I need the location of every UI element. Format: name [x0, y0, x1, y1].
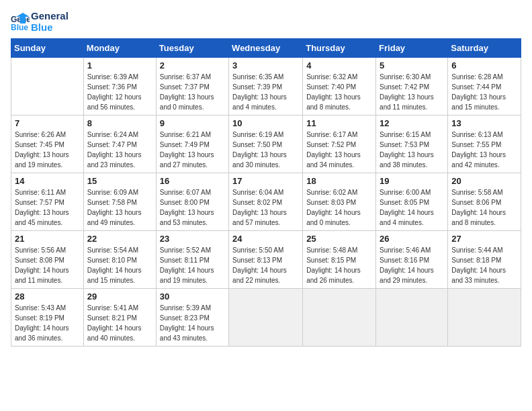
day-number: 2 — [160, 60, 225, 71]
weekday-header-sunday: Sunday — [11, 39, 84, 58]
day-number: 30 — [160, 291, 225, 302]
calendar-cell: 30Sunrise: 5:39 AMSunset: 8:23 PMDayligh… — [156, 289, 228, 347]
calendar-week-row: 1Sunrise: 6:39 AMSunset: 7:36 PMDaylight… — [11, 58, 521, 116]
calendar-cell: 16Sunrise: 6:07 AMSunset: 8:00 PMDayligh… — [156, 173, 228, 231]
day-info: Sunrise: 6:02 AMSunset: 8:03 PMDaylight:… — [306, 187, 372, 228]
day-number: 11 — [306, 118, 372, 128]
calendar-cell: 29Sunrise: 5:41 AMSunset: 8:21 PMDayligh… — [83, 289, 156, 347]
day-number: 5 — [380, 60, 444, 71]
calendar-header-row: SundayMondayTuesdayWednesdayThursdayFrid… — [11, 39, 521, 58]
calendar-cell: 1Sunrise: 6:39 AMSunset: 7:36 PMDaylight… — [83, 58, 156, 116]
day-number: 7 — [15, 118, 80, 128]
day-info: Sunrise: 6:28 AMSunset: 7:44 PMDaylight:… — [451, 72, 517, 112]
logo-icon: General Blue — [11, 13, 30, 32]
svg-text:Blue: Blue — [11, 23, 28, 32]
calendar-cell: 25Sunrise: 5:48 AMSunset: 8:15 PMDayligh… — [303, 231, 376, 289]
header: General Blue General Blue — [11, 11, 521, 33]
calendar-week-row: 28Sunrise: 5:43 AMSunset: 8:19 PMDayligh… — [11, 289, 521, 347]
day-info: Sunrise: 5:44 AMSunset: 8:18 PMDaylight:… — [451, 245, 517, 285]
day-info: Sunrise: 6:17 AMSunset: 7:52 PMDaylight:… — [306, 130, 372, 170]
weekday-header-thursday: Thursday — [303, 39, 376, 58]
day-number: 17 — [232, 176, 299, 186]
calendar-cell: 12Sunrise: 6:15 AMSunset: 7:53 PMDayligh… — [376, 116, 448, 173]
calendar-cell: 22Sunrise: 5:54 AMSunset: 8:10 PMDayligh… — [83, 231, 156, 289]
day-number: 3 — [232, 60, 299, 71]
weekday-header-saturday: Saturday — [448, 39, 521, 58]
calendar-cell: 24Sunrise: 5:50 AMSunset: 8:13 PMDayligh… — [229, 231, 303, 289]
calendar-cell: 17Sunrise: 6:04 AMSunset: 8:02 PMDayligh… — [229, 173, 303, 231]
calendar-week-row: 14Sunrise: 6:11 AMSunset: 7:57 PMDayligh… — [11, 173, 521, 231]
day-number: 4 — [306, 60, 372, 71]
day-info: Sunrise: 6:32 AMSunset: 7:40 PMDaylight:… — [306, 72, 372, 112]
day-info: Sunrise: 5:48 AMSunset: 8:15 PMDaylight:… — [306, 245, 372, 285]
calendar-cell — [229, 289, 303, 347]
day-number: 15 — [87, 176, 152, 186]
day-number: 6 — [451, 60, 517, 71]
day-info: Sunrise: 6:39 AMSunset: 7:36 PMDaylight:… — [87, 72, 152, 112]
day-info: Sunrise: 6:26 AMSunset: 7:45 PMDaylight:… — [15, 130, 80, 170]
day-info: Sunrise: 6:35 AMSunset: 7:39 PMDaylight:… — [232, 72, 299, 112]
calendar-cell: 28Sunrise: 5:43 AMSunset: 8:19 PMDayligh… — [11, 289, 84, 347]
calendar-cell: 7Sunrise: 6:26 AMSunset: 7:45 PMDaylight… — [11, 116, 84, 173]
day-info: Sunrise: 5:39 AMSunset: 8:23 PMDaylight:… — [160, 303, 225, 343]
day-info: Sunrise: 5:54 AMSunset: 8:10 PMDaylight:… — [87, 245, 152, 285]
day-info: Sunrise: 6:13 AMSunset: 7:55 PMDaylight:… — [451, 130, 517, 170]
day-number: 12 — [380, 118, 444, 128]
day-number: 19 — [380, 176, 444, 186]
day-number: 10 — [232, 118, 299, 128]
calendar-cell: 3Sunrise: 6:35 AMSunset: 7:39 PMDaylight… — [229, 58, 303, 116]
calendar-cell — [303, 289, 376, 347]
day-info: Sunrise: 6:37 AMSunset: 7:37 PMDaylight:… — [160, 72, 225, 112]
day-number: 28 — [15, 291, 80, 302]
day-number: 22 — [87, 234, 152, 244]
calendar-cell — [376, 289, 448, 347]
calendar-cell: 5Sunrise: 6:30 AMSunset: 7:42 PMDaylight… — [376, 58, 448, 116]
calendar-cell: 10Sunrise: 6:19 AMSunset: 7:50 PMDayligh… — [229, 116, 303, 173]
day-info: Sunrise: 6:15 AMSunset: 7:53 PMDaylight:… — [380, 130, 444, 170]
calendar-cell: 26Sunrise: 5:46 AMSunset: 8:16 PMDayligh… — [376, 231, 448, 289]
day-number: 1 — [87, 60, 152, 71]
day-info: Sunrise: 5:41 AMSunset: 8:21 PMDaylight:… — [87, 303, 152, 343]
calendar-cell: 11Sunrise: 6:17 AMSunset: 7:52 PMDayligh… — [303, 116, 376, 173]
day-number: 18 — [306, 176, 372, 186]
day-info: Sunrise: 5:46 AMSunset: 8:16 PMDaylight:… — [380, 245, 444, 285]
day-info: Sunrise: 6:11 AMSunset: 7:57 PMDaylight:… — [15, 187, 80, 228]
day-info: Sunrise: 6:24 AMSunset: 7:47 PMDaylight:… — [87, 130, 152, 170]
weekday-header-tuesday: Tuesday — [156, 39, 228, 58]
day-info: Sunrise: 6:04 AMSunset: 8:02 PMDaylight:… — [232, 187, 299, 228]
calendar-cell — [448, 289, 521, 347]
day-info: Sunrise: 5:43 AMSunset: 8:19 PMDaylight:… — [15, 303, 80, 343]
day-number: 9 — [160, 118, 225, 128]
logo-line2: Blue — [31, 22, 69, 34]
day-number: 21 — [15, 234, 80, 244]
day-number: 27 — [451, 234, 517, 244]
day-number: 25 — [306, 234, 372, 244]
calendar-cell: 8Sunrise: 6:24 AMSunset: 7:47 PMDaylight… — [83, 116, 156, 173]
day-info: Sunrise: 5:50 AMSunset: 8:13 PMDaylight:… — [232, 245, 299, 285]
calendar-cell: 2Sunrise: 6:37 AMSunset: 7:37 PMDaylight… — [156, 58, 228, 116]
calendar-cell: 14Sunrise: 6:11 AMSunset: 7:57 PMDayligh… — [11, 173, 84, 231]
calendar-cell: 9Sunrise: 6:21 AMSunset: 7:49 PMDaylight… — [156, 116, 228, 173]
day-number: 8 — [87, 118, 152, 128]
day-info: Sunrise: 6:09 AMSunset: 7:58 PMDaylight:… — [87, 187, 152, 228]
day-info: Sunrise: 5:56 AMSunset: 8:08 PMDaylight:… — [15, 245, 80, 285]
day-info: Sunrise: 6:00 AMSunset: 8:05 PMDaylight:… — [380, 187, 444, 228]
day-number: 16 — [160, 176, 225, 186]
calendar-cell — [11, 58, 84, 116]
calendar-cell: 27Sunrise: 5:44 AMSunset: 8:18 PMDayligh… — [448, 231, 521, 289]
day-info: Sunrise: 6:21 AMSunset: 7:49 PMDaylight:… — [160, 130, 225, 170]
weekday-header-friday: Friday — [376, 39, 448, 58]
day-info: Sunrise: 5:52 AMSunset: 8:11 PMDaylight:… — [160, 245, 225, 285]
day-number: 14 — [15, 176, 80, 186]
calendar-cell: 19Sunrise: 6:00 AMSunset: 8:05 PMDayligh… — [376, 173, 448, 231]
day-number: 13 — [451, 118, 517, 128]
day-number: 29 — [87, 291, 152, 302]
day-info: Sunrise: 5:58 AMSunset: 8:06 PMDaylight:… — [451, 187, 517, 228]
calendar-cell: 15Sunrise: 6:09 AMSunset: 7:58 PMDayligh… — [83, 173, 156, 231]
weekday-header-monday: Monday — [83, 39, 156, 58]
day-number: 24 — [232, 234, 299, 244]
calendar-cell: 20Sunrise: 5:58 AMSunset: 8:06 PMDayligh… — [448, 173, 521, 231]
calendar-cell: 6Sunrise: 6:28 AMSunset: 7:44 PMDaylight… — [448, 58, 521, 116]
day-info: Sunrise: 6:07 AMSunset: 8:00 PMDaylight:… — [160, 187, 225, 228]
day-number: 23 — [160, 234, 225, 244]
